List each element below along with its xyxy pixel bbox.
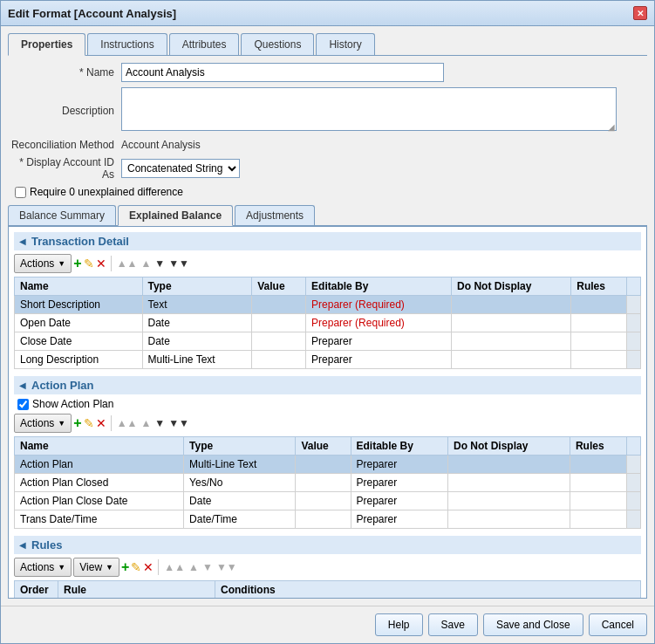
title-bar: Edit Format [Account Analysis] ✕ bbox=[1, 1, 654, 26]
ap-col-rules: Rules bbox=[570, 437, 626, 456]
rules-view-label: View bbox=[79, 561, 102, 573]
transaction-up-icon[interactable]: ▲ bbox=[140, 257, 151, 270]
td-rules bbox=[571, 332, 627, 351]
td-col-name: Name bbox=[15, 277, 143, 296]
td-rules bbox=[571, 296, 627, 314]
td-col-editable: Editable By bbox=[306, 277, 452, 296]
ap-col-editable: Editable By bbox=[351, 437, 448, 456]
rules-edit-icon[interactable]: ✎ bbox=[131, 560, 141, 574]
show-action-plan-checkbox[interactable] bbox=[17, 399, 29, 410]
rules-delete-icon[interactable]: ✕ bbox=[143, 560, 154, 574]
action-plan-up-icon[interactable]: ▲ bbox=[140, 417, 151, 429]
transaction-detail-table: Name Type Value Editable By Do Not Displ… bbox=[14, 277, 641, 369]
action-plan-delete-icon[interactable]: ✕ bbox=[96, 416, 106, 430]
transaction-edit-icon[interactable]: ✎ bbox=[84, 257, 94, 271]
transaction-up-top-icon[interactable]: ▲▲ bbox=[117, 257, 138, 270]
tab-attributes[interactable]: Attributes bbox=[169, 33, 240, 55]
ap-row-scroll bbox=[627, 510, 641, 529]
action-plan-up-top-icon[interactable]: ▲▲ bbox=[117, 417, 138, 429]
table-row[interactable]: Short Description Text Preparer (Require… bbox=[15, 296, 641, 314]
table-row[interactable]: Close Date Date Preparer bbox=[15, 332, 641, 351]
td-name: Close Date bbox=[15, 332, 143, 351]
ap-row-display bbox=[448, 456, 570, 474]
td-col-rules: Rules bbox=[571, 277, 627, 296]
save-close-button[interactable]: Save and Close bbox=[483, 613, 583, 636]
sub-tab-balance-summary[interactable]: Balance Summary bbox=[8, 205, 116, 225]
action-plan-header[interactable]: ◀ Action Plan bbox=[14, 376, 641, 394]
td-scroll bbox=[627, 314, 641, 332]
action-plan-edit-icon[interactable]: ✎ bbox=[84, 416, 94, 430]
ap-row-display bbox=[448, 510, 570, 529]
td-editable: Preparer (Required) bbox=[306, 296, 452, 314]
table-row[interactable]: Trans Date/Time Date/Time Preparer bbox=[15, 510, 641, 529]
ap-row-rules bbox=[570, 474, 626, 492]
table-row[interactable]: Long Description Multi-Line Text Prepare… bbox=[15, 351, 641, 369]
save-button[interactable]: Save bbox=[428, 613, 478, 636]
td-type: Text bbox=[142, 296, 252, 314]
transaction-delete-icon[interactable]: ✕ bbox=[96, 257, 106, 271]
rules-actions-btn[interactable]: Actions ▼ bbox=[14, 558, 72, 577]
rules-down-icon[interactable]: ▼ bbox=[202, 561, 213, 573]
td-type: Multi-Line Text bbox=[142, 351, 252, 369]
rules-header[interactable]: ◀ Rules bbox=[14, 536, 641, 554]
ap-row-name: Trans Date/Time bbox=[15, 510, 184, 529]
transaction-down-icon[interactable]: ▼ bbox=[154, 257, 165, 270]
help-button[interactable]: Help bbox=[375, 613, 423, 636]
td-name: Open Date bbox=[15, 314, 143, 332]
transaction-actions-label: Actions bbox=[20, 257, 54, 270]
require-checkbox[interactable] bbox=[15, 187, 26, 198]
td-col-display: Do Not Display bbox=[452, 277, 571, 296]
description-input[interactable] bbox=[121, 87, 617, 131]
ap-row-scroll bbox=[627, 456, 641, 474]
rules-add-icon[interactable]: + bbox=[121, 559, 129, 575]
resize-handle: ◢ bbox=[608, 122, 615, 132]
action-plan-actions-btn[interactable]: Actions ▼ bbox=[14, 414, 72, 433]
action-plan-table: Name Type Value Editable By Do Not Displ… bbox=[14, 436, 641, 529]
tab-instructions[interactable]: Instructions bbox=[87, 33, 167, 55]
sep3 bbox=[158, 559, 159, 575]
td-display bbox=[452, 332, 571, 351]
sub-tab-adjustments[interactable]: Adjustments bbox=[235, 205, 315, 225]
action-plan-add-icon[interactable]: + bbox=[73, 415, 81, 431]
sep2 bbox=[111, 415, 112, 431]
tab-properties[interactable]: Properties bbox=[8, 33, 85, 56]
transaction-detail-header[interactable]: ◀ Transaction Detail bbox=[14, 232, 641, 250]
recon-method-row: Reconciliation Method Account Analysis bbox=[8, 139, 647, 151]
td-scroll bbox=[627, 332, 641, 351]
sub-tabs: Balance Summary Explained Balance Adjust… bbox=[8, 205, 647, 226]
main-tabs: Properties Instructions Attributes Quest… bbox=[8, 33, 647, 56]
td-editable: Preparer (Required) bbox=[306, 314, 452, 332]
rules-view-arrow: ▼ bbox=[106, 563, 113, 572]
show-action-plan-row: Show Action Plan bbox=[14, 398, 641, 410]
action-plan-down-icon[interactable]: ▼ bbox=[154, 417, 165, 429]
transaction-down-bottom-icon[interactable]: ▼▼ bbox=[168, 257, 189, 270]
ap-row-type: Multi-Line Text bbox=[184, 456, 296, 474]
td-value bbox=[252, 296, 306, 314]
ap-row-rules bbox=[570, 456, 626, 474]
action-plan-section: ◀ Action Plan Show Action Plan Actions ▼… bbox=[14, 376, 641, 529]
name-input[interactable] bbox=[121, 63, 444, 82]
ap-row-display bbox=[448, 474, 570, 492]
transaction-actions-arrow: ▼ bbox=[58, 259, 65, 268]
transaction-detail-title: Transaction Detail bbox=[31, 235, 129, 248]
table-row[interactable]: Open Date Date Preparer (Required) bbox=[15, 314, 641, 332]
ap-row-value bbox=[296, 510, 351, 529]
ap-row-name: Action Plan bbox=[15, 456, 184, 474]
table-row[interactable]: Action Plan Closed Yes/No Preparer bbox=[15, 474, 641, 492]
rules-up-top-icon[interactable]: ▲▲ bbox=[164, 561, 185, 573]
action-plan-down-bottom-icon[interactable]: ▼▼ bbox=[168, 417, 189, 429]
cancel-button[interactable]: Cancel bbox=[589, 613, 647, 636]
close-button[interactable]: ✕ bbox=[633, 6, 647, 20]
sep1 bbox=[111, 256, 112, 271]
table-row[interactable]: Action Plan Close Date Date Preparer bbox=[15, 492, 641, 510]
sub-tab-explained-balance[interactable]: Explained Balance bbox=[118, 205, 233, 226]
tab-history[interactable]: History bbox=[316, 33, 374, 55]
transaction-add-icon[interactable]: + bbox=[73, 256, 81, 271]
table-row[interactable]: Action Plan Multi-Line Text Preparer bbox=[15, 456, 641, 474]
rules-view-btn[interactable]: View ▼ bbox=[73, 558, 119, 577]
rules-down-bottom-icon[interactable]: ▼▼ bbox=[216, 561, 237, 573]
transaction-actions-btn[interactable]: Actions ▼ bbox=[14, 254, 72, 273]
rules-up-icon[interactable]: ▲ bbox=[188, 561, 199, 573]
display-account-select[interactable]: Concatenated String bbox=[121, 159, 240, 178]
tab-questions[interactable]: Questions bbox=[241, 33, 314, 55]
